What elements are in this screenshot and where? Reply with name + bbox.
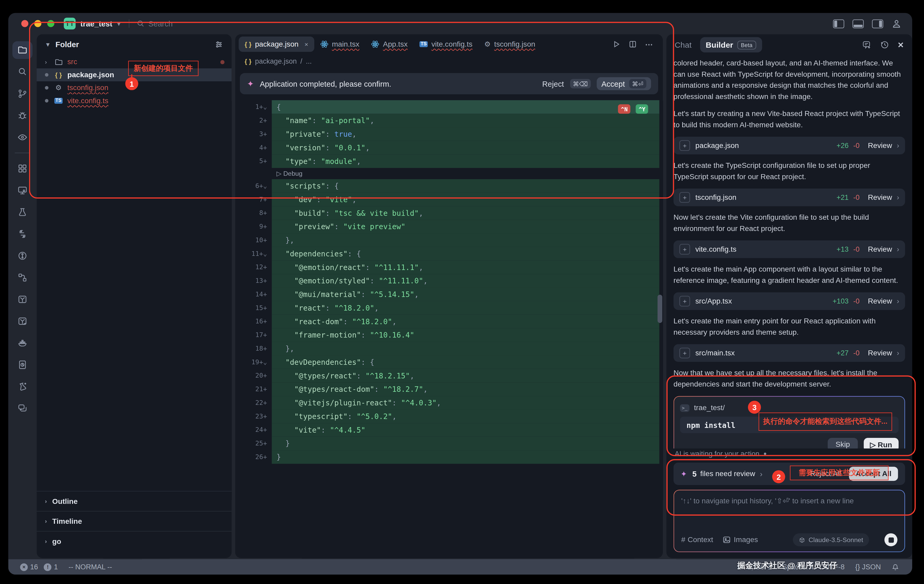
code-line-19[interactable]: 19+⌄ "devDependencies": { (235, 355, 663, 369)
explorer-header[interactable]: ▼ Folder (37, 34, 231, 54)
review-button[interactable]: Review (868, 297, 892, 305)
activity-item-pipelines[interactable] (12, 269, 33, 287)
problems-errors[interactable]: × 16 (20, 563, 38, 571)
close-icon[interactable]: ✕ (898, 40, 904, 49)
file-change-card-src/App.tsx[interactable]: +src/App.tsx+103-0Review› (673, 292, 905, 310)
review-button[interactable]: Review (868, 245, 892, 254)
run-button[interactable]: ▷ Run (863, 438, 899, 449)
code-editor[interactable]: 1+⌄{2+ "name": "ai-portal",3+ "private":… (235, 100, 663, 464)
section-go[interactable]: ›go (37, 531, 231, 551)
activity-item-testing[interactable] (12, 203, 33, 221)
review-button[interactable]: Review (868, 193, 892, 202)
filter-icon[interactable] (214, 40, 223, 49)
prev-diff-shortcut-chip[interactable]: ^N (618, 104, 631, 114)
code-line-16[interactable]: 16+ "react-dom": "^18.2.0", (235, 315, 663, 328)
maximize-window-button[interactable] (47, 20, 54, 27)
code-line-13[interactable]: 13+ "@emotion/styled": "^11.11.0", (235, 274, 663, 287)
context-button[interactable]: #Context (681, 536, 713, 544)
code-line-8[interactable]: 8+ "build": "tsc && vite build", (235, 206, 663, 220)
split-editor-icon[interactable] (629, 40, 637, 48)
tab-builder[interactable]: Builder Beta (700, 37, 762, 53)
activity-item-run-debug[interactable] (12, 107, 33, 124)
more-actions-icon[interactable]: ⋯ (645, 40, 653, 49)
code-line-1[interactable]: 1+⌄{ (235, 100, 663, 114)
window-controls[interactable] (21, 20, 54, 27)
send-button[interactable] (884, 533, 898, 546)
tab-vite.config.ts[interactable]: TSvite.config.ts (414, 37, 478, 52)
activity-item-comments[interactable] (12, 400, 33, 417)
close-tab-icon[interactable]: × (304, 41, 308, 48)
tree-item-vite.config.ts[interactable]: TSvite.config.ts (37, 94, 231, 107)
code-line-6[interactable]: 6+⌄ "scripts": { (235, 179, 663, 193)
code-line-4[interactable]: 4+ "version": "0.0.1", (235, 141, 663, 155)
tab-tsconfig.json[interactable]: ⚙tsconfig.json (478, 37, 541, 52)
activity-item-deploy[interactable] (12, 312, 33, 330)
activity-item-remote-explorer[interactable] (12, 181, 33, 199)
chat-input[interactable]: '↑↓' to navigate input history, '⇧⏎' to … (673, 490, 905, 552)
activity-item-task-runner[interactable] (12, 356, 33, 374)
code-line-22[interactable]: 22+ "@vitejs/plugin-react": "^4.0.3", (235, 396, 663, 409)
close-window-button[interactable] (21, 20, 28, 27)
code-line-26[interactable]: 26+} (235, 450, 663, 464)
code-line-7[interactable]: 7+ "dev": "vite", (235, 193, 663, 206)
section-outline[interactable]: ›Outline (37, 491, 231, 511)
workspace-title[interactable]: trae_test (81, 19, 112, 28)
codelens-debug[interactable]: ▷ Debug (235, 168, 663, 179)
code-line-24[interactable]: 24+ "vite": "^4.4.5" (235, 423, 663, 437)
code-line-21[interactable]: 21+ "@types/react-dom": "^18.2.7", (235, 382, 663, 396)
toggle-left-panel-icon[interactable] (833, 19, 845, 28)
tab-App.tsx[interactable]: App.tsx (365, 37, 414, 52)
model-selector[interactable]: Claude-3.5-Sonnet (792, 533, 869, 546)
code-line-18[interactable]: 18+ }, (235, 342, 663, 355)
code-line-20[interactable]: 20+ "@types/react": "^18.2.15", (235, 369, 663, 383)
account-icon[interactable] (891, 18, 901, 28)
code-line-11[interactable]: 11+⌄ "dependencies": { (235, 247, 663, 261)
code-line-2[interactable]: 2+ "name": "ai-portal", (235, 114, 663, 127)
activity-item-labs[interactable] (12, 378, 33, 396)
activity-item-extensions[interactable] (12, 160, 33, 178)
activity-item-docker[interactable] (12, 334, 33, 352)
section-timeline[interactable]: ›Timeline (37, 511, 231, 531)
code-line-5[interactable]: 5+ "type": "module", (235, 155, 663, 168)
chevron-right-icon[interactable]: › (760, 469, 762, 478)
code-line-14[interactable]: 14+ "@mui/material": "^5.14.15", (235, 287, 663, 301)
review-button[interactable]: Review (868, 142, 892, 150)
activity-item-search[interactable] (12, 63, 33, 81)
toggle-right-panel-icon[interactable] (872, 19, 883, 28)
history-icon[interactable] (880, 40, 889, 49)
file-change-card-vite.config.ts[interactable]: +vite.config.ts+13-0Review› (673, 241, 905, 258)
search-input[interactable]: Search (137, 19, 173, 28)
code-line-23[interactable]: 23+ "typescript": "^5.0.2", (235, 409, 663, 423)
code-line-15[interactable]: 15+ "react": "^18.2.0", (235, 301, 663, 315)
editor-scrollbar[interactable] (658, 295, 662, 323)
file-change-card-tsconfig.json[interactable]: +tsconfig.json+21-0Review› (673, 188, 905, 206)
images-button[interactable]: Images (723, 536, 758, 544)
code-line-9[interactable]: 9+ "preview": "vite preview" (235, 220, 663, 233)
problems-warnings[interactable]: ! 1 (44, 563, 58, 571)
accept-button[interactable]: Accept ⌘⏎ (597, 77, 651, 90)
activity-item-preview[interactable] (12, 129, 33, 147)
file-change-card-package.json[interactable]: +package.json+26-0Review› (673, 137, 905, 155)
code-line-12[interactable]: 12+ "@emotion/react": "^11.11.1", (235, 261, 663, 274)
code-line-25[interactable]: 25+ } (235, 437, 663, 450)
file-change-card-src/main.tsx[interactable]: +src/main.tsx+27-0Review› (673, 344, 905, 362)
skip-button[interactable]: Skip (828, 438, 858, 449)
breadcrumb[interactable]: { } package.json / ... (235, 54, 663, 68)
minimize-window-button[interactable] (34, 20, 41, 27)
new-chat-icon[interactable] (862, 40, 871, 49)
reject-button[interactable]: Reject (542, 79, 564, 88)
tab-chat[interactable]: Chat (675, 40, 691, 49)
code-line-17[interactable]: 17+ "framer-motion": "^10.16.4" (235, 328, 663, 342)
toggle-bottom-panel-icon[interactable] (853, 19, 864, 28)
run-file-icon[interactable] (612, 40, 620, 48)
tab-package.json[interactable]: { }package.json× (239, 37, 314, 52)
activity-item-explorer[interactable] (12, 41, 33, 59)
next-diff-shortcut-chip[interactable]: ^Y (636, 104, 648, 114)
activity-item-source-control[interactable] (12, 85, 33, 103)
activity-item-containers[interactable] (12, 290, 33, 308)
code-line-10[interactable]: 10+ }, (235, 233, 663, 247)
tab-main.tsx[interactable]: main.tsx (314, 37, 365, 52)
activity-item-ci[interactable] (12, 247, 33, 265)
review-button[interactable]: Review (868, 349, 892, 357)
activity-item-python[interactable] (12, 225, 33, 243)
